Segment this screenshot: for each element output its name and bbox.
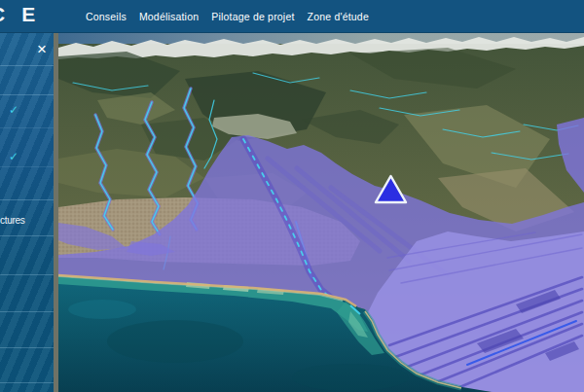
panel-divider (0, 127, 54, 128)
sea-shade (68, 300, 136, 319)
flood-modeling-app: CE Conseils Modélisation Pilotage de pro… (0, 0, 584, 392)
top-navbar: CE Conseils Modélisation Pilotage de pro… (0, 0, 584, 33)
panel-divider (0, 166, 54, 167)
layer-checkmark-icon[interactable]: ✓ (9, 104, 18, 116)
app-logo[interactable]: CE (0, 3, 52, 26)
panel-divider (0, 347, 54, 348)
panel-divider (0, 311, 54, 312)
nav-item-conseils[interactable]: Conseils (86, 11, 127, 22)
sea-shade (107, 320, 243, 363)
layers-panel: × ✓ ✓ ctures (0, 32, 54, 392)
panel-edge-strip (54, 32, 58, 392)
nav-item-zone-detude[interactable]: Zone d'étude (308, 11, 369, 22)
nav-item-modelisation[interactable]: Modélisation (139, 11, 199, 22)
panel-divider (0, 65, 54, 66)
close-icon[interactable]: × (37, 41, 47, 57)
panel-divider (0, 94, 54, 95)
panel-divider (0, 382, 54, 383)
main-menu: Conseils Modélisation Pilotage de projet… (86, 0, 369, 32)
map-3d-view[interactable] (58, 32, 584, 392)
panel-divider (0, 235, 54, 236)
layer-item-label: ctures (0, 215, 24, 226)
nav-item-pilotage-de-projet[interactable]: Pilotage de projet (211, 11, 294, 22)
sea-shade (292, 364, 409, 391)
panel-divider (0, 274, 54, 275)
panel-divider (0, 199, 54, 200)
layer-checkmark-icon[interactable]: ✓ (9, 151, 18, 162)
